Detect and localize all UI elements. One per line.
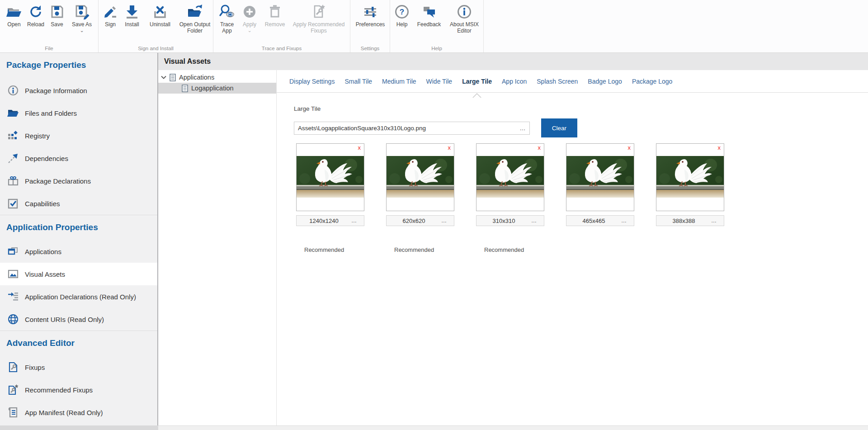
sign-button[interactable]: Sign [100, 4, 120, 28]
remove-tile-button[interactable]: x [358, 145, 361, 151]
button-label: About MSIX Editor [445, 22, 483, 34]
visual-assets-panel: Display Settings Small Tile Medium Tile … [277, 70, 868, 425]
info-circle-icon [7, 85, 19, 96]
checkbox-icon [7, 198, 19, 209]
tile-size-box: 388x388 … [656, 215, 724, 226]
tile-more-button[interactable]: … [711, 217, 724, 224]
tab-splash-screen[interactable]: Splash Screen [537, 78, 578, 85]
apply-recommended-fixups-button[interactable]: Apply Recommended Fixups [289, 4, 348, 34]
sidebar-item-recommended-fixups[interactable]: Recommended Fixups [0, 378, 157, 401]
ribbon-group-sign-install: Sign Install Uninstall Open Output Folde… [99, 0, 213, 52]
tile-size-box: 1240x1240 … [296, 215, 364, 226]
sidebar-item-content-uris[interactable]: Content URIs (Read Only) [0, 308, 157, 331]
tab-large-tile[interactable]: Large Tile [462, 78, 492, 85]
tile-card: x [296, 143, 364, 211]
button-label: Uninstall [150, 22, 170, 28]
tab-package-logo[interactable]: Package Logo [632, 78, 673, 85]
button-label: Feedback [417, 22, 441, 28]
sidebar-item-visual-assets[interactable]: Visual Assets [0, 263, 157, 285]
save-icon [49, 4, 65, 20]
ribbon-group-label: Sign and Install [99, 46, 213, 51]
preferences-button[interactable]: Preferences [351, 4, 389, 28]
tile-more-button[interactable]: … [531, 217, 544, 224]
manifest-scroll-icon [7, 406, 19, 418]
chevron-down-icon[interactable]: ⌄ [247, 28, 251, 33]
document-wrench-star-icon [7, 384, 19, 396]
windows-icon [7, 246, 19, 257]
registry-blocks-icon [7, 130, 19, 142]
sidebar-item-registry[interactable]: Registry [0, 124, 157, 147]
horizontal-scrollbar-track[interactable] [0, 425, 868, 430]
sidebar-item-app-manifest[interactable]: App Manifest (Read Only) [0, 401, 157, 424]
tree-item-logapplication[interactable]: Logapplication [158, 83, 276, 94]
tile-size-box: 620x620 … [386, 215, 454, 226]
browse-button[interactable]: … [516, 125, 529, 132]
sidebar-item-label: Files and Folders [25, 109, 77, 117]
sidebar-item-application-declarations[interactable]: Application Declarations (Read Only) [0, 285, 157, 308]
remove-tile-button[interactable]: x [628, 145, 631, 151]
ribbon-toolbar: Open Reload Save Save As ⌄ File Sign Ins… [0, 0, 868, 53]
remove-tile-button[interactable]: x [538, 145, 541, 151]
remove-tile-button[interactable]: x [718, 145, 721, 151]
arrow-list-icon [7, 291, 19, 302]
button-label: Remove [265, 22, 285, 28]
document-wrench-icon [7, 361, 19, 373]
button-label: Apply Recommended Fixups [289, 22, 348, 34]
chevron-down-icon[interactable]: ⌄ [80, 28, 84, 33]
sidebar-item-applications[interactable]: Applications [0, 240, 157, 263]
tab-badge-logo[interactable]: Badge Logo [588, 78, 622, 85]
tile-more-button[interactable]: … [351, 217, 364, 224]
tab-app-icon[interactable]: App Icon [502, 78, 527, 85]
sidebar-item-fixups[interactable]: Fixups [0, 356, 157, 378]
sidebar-item-capabilities[interactable]: Capabilities [0, 192, 157, 215]
tile-column: x 465x465 … [566, 143, 634, 253]
sidebar-heading-advanced-editor: Advanced Editor [0, 331, 157, 356]
sidebar-item-label: App Manifest (Read Only) [25, 409, 103, 416]
install-button[interactable]: Install [120, 4, 144, 28]
large-tile-path-input[interactable] [294, 125, 516, 132]
open-button[interactable]: Open [4, 4, 24, 28]
reload-button[interactable]: Reload [24, 4, 47, 28]
tile-more-button[interactable]: … [441, 217, 454, 224]
tab-medium-tile[interactable]: Medium Tile [382, 78, 416, 85]
chevron-down-icon[interactable] [161, 76, 168, 79]
open-output-folder-button[interactable]: Open Output Folder [176, 4, 213, 34]
tree-item-applications[interactable]: Applications [158, 72, 276, 83]
clear-button[interactable]: Clear [541, 118, 577, 137]
save-as-button[interactable]: Save As ⌄ [67, 4, 97, 33]
trash-icon [267, 4, 283, 20]
tile-card: x [386, 143, 454, 211]
trace-app-button[interactable]: Trace App [215, 4, 239, 34]
feedback-button[interactable]: Feedback [413, 4, 445, 28]
tile-size-label: 310x310 [476, 217, 531, 224]
button-label: Install [125, 22, 139, 28]
uninstall-button[interactable]: Uninstall [144, 4, 176, 28]
remove-button[interactable]: Remove [260, 4, 289, 28]
sidebar-item-label: Recommended Fixups [25, 386, 93, 394]
ribbon-group-trace-fixups: Trace App Apply ⌄ Remove Apply Recommend… [213, 0, 350, 52]
help-button[interactable]: ? Help [391, 4, 413, 28]
ribbon-group-file: Open Reload Save Save As ⌄ File [0, 0, 99, 52]
sidebar-item-dependencies[interactable]: Dependencies [0, 147, 157, 170]
about-msix-editor-button[interactable]: About MSIX Editor [445, 4, 483, 34]
sidebar-heading-application-properties: Application Properties [0, 215, 157, 240]
sidebar-item-label: Fixups [25, 364, 45, 371]
sidebar-scrollbar-segment[interactable] [0, 426, 158, 430]
speech-bubbles-icon [421, 4, 437, 20]
remove-tile-button[interactable]: x [448, 145, 451, 151]
save-button[interactable]: Save [47, 4, 67, 28]
dove-tile-image [656, 156, 724, 198]
info-circle-icon [456, 4, 472, 20]
sidebar-item-package-information[interactable]: Package Information [0, 79, 157, 102]
tab-wide-tile[interactable]: Wide Tile [426, 78, 453, 85]
tile-size-label: 388x388 [656, 217, 711, 224]
button-label: Sign [105, 22, 116, 28]
tab-small-tile[interactable]: Small Tile [344, 78, 372, 85]
sidebar-item-files-and-folders[interactable]: Files and Folders [0, 102, 157, 124]
tile-more-button[interactable]: … [621, 217, 634, 224]
apply-button[interactable]: Apply ⌄ [239, 4, 260, 33]
button-label: Open [7, 22, 20, 28]
large-tile-field-label: Large Tile [294, 105, 868, 112]
sidebar-item-package-declarations[interactable]: Package Declarations [0, 170, 157, 192]
tab-display-settings[interactable]: Display Settings [289, 78, 335, 85]
